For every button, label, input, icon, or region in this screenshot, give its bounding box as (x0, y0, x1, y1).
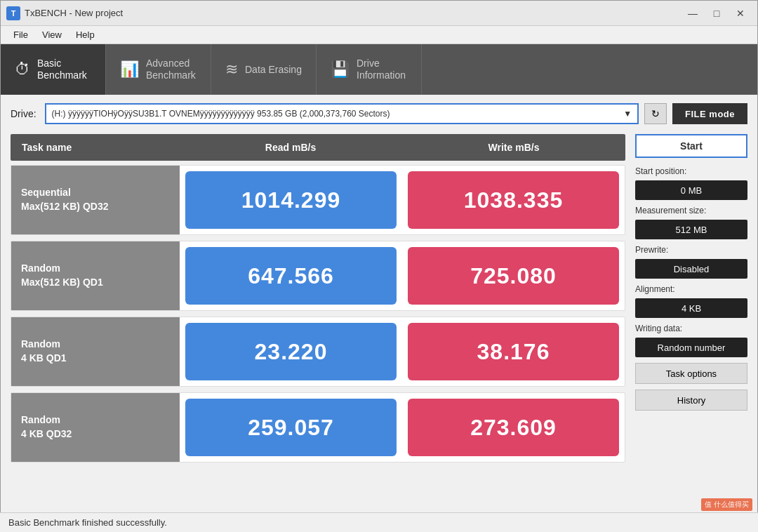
drive-row: Drive: (H:) ÿÿÿÿÿÿTIOHÿOÿÿSU3B1.T OVNEMÿ… (11, 103, 747, 124)
menu-file[interactable]: File (6, 28, 35, 41)
maximize-button[interactable]: □ (705, 5, 728, 22)
right-panel: Start Start position: 0 MB Measurement s… (635, 134, 747, 503)
col-write: Write mB/s (402, 142, 625, 153)
status-text: Basic Benchmark finished successfully. (8, 517, 167, 528)
data-erasing-icon: ≋ (225, 60, 238, 79)
col-task-name: Task name (11, 142, 179, 153)
benchmark-table: Task name Read mB/s Write mB/s Sequentia… (11, 134, 625, 503)
start-button[interactable]: Start (635, 134, 747, 158)
history-button[interactable]: History (635, 390, 747, 411)
start-position-value: 0 MB (635, 180, 747, 200)
drive-info-icon: 💾 (331, 60, 350, 79)
row-label-3: Random 4 KB QD32 (11, 393, 180, 462)
prewrite-value: Disabled (635, 259, 747, 279)
col-read: Read mB/s (179, 142, 402, 153)
write-value-1: 725.080 (408, 247, 619, 305)
chevron-down-icon: ▼ (623, 109, 632, 119)
drive-selector[interactable]: (H:) ÿÿÿÿÿÿTIOHÿOÿÿSU3B1.T OVNEMÿÿÿÿÿÿÿÿ… (45, 103, 639, 124)
window-controls: — □ ✕ (681, 5, 752, 22)
alignment-value: 4 KB (635, 298, 747, 318)
close-button[interactable]: ✕ (729, 5, 752, 22)
tab-drive-information[interactable]: 💾 DriveInformation (317, 44, 422, 95)
drive-refresh-button[interactable]: ↻ (644, 103, 667, 124)
minimize-button[interactable]: — (681, 5, 704, 22)
tab-drive-label: DriveInformation (357, 58, 406, 81)
status-bar: Basic Benchmark finished successfully. (0, 512, 758, 532)
write-value-2: 38.176 (408, 323, 619, 380)
tab-basic-benchmark[interactable]: ⏱ BasicBenchmark (1, 44, 106, 95)
tab-bar: ⏱ BasicBenchmark 📊 AdvancedBenchmark ≋ D… (1, 44, 757, 95)
app-icon: T (6, 6, 20, 20)
row-label-2: Random 4 KB QD1 (11, 317, 180, 386)
advanced-benchmark-icon: 📊 (120, 60, 139, 79)
bench-row-random-4k-qd32: Random 4 KB QD32 259.057 273.609 (11, 392, 625, 463)
start-position-label: Start position: (635, 166, 747, 176)
tab-data-erasing[interactable]: ≋ Data Erasing (211, 44, 317, 95)
read-value-2: 23.220 (185, 323, 397, 380)
menu-bar: File View Help (1, 26, 757, 44)
prewrite-label: Prewrite: (635, 245, 747, 255)
writing-data-value: Random number (635, 338, 747, 357)
drive-selector-text: (H:) ÿÿÿÿÿÿTIOHÿOÿÿSU3B1.T OVNEMÿÿÿÿÿÿÿÿ… (52, 109, 624, 119)
task-options-button[interactable]: Task options (635, 363, 747, 384)
table-header: Task name Read mB/s Write mB/s (11, 134, 625, 161)
measurement-size-value: 512 MB (635, 220, 747, 239)
row-label-0: Sequential Max(512 KB) QD32 (11, 166, 180, 234)
menu-view[interactable]: View (35, 28, 69, 41)
tab-erasing-label: Data Erasing (245, 64, 302, 76)
bench-row-sequential-512-qd32: Sequential Max(512 KB) QD32 1014.299 103… (11, 165, 625, 235)
write-value-0: 1038.335 (408, 171, 619, 229)
tab-advanced-benchmark[interactable]: 📊 AdvancedBenchmark (106, 44, 211, 95)
menu-help[interactable]: Help (69, 28, 102, 41)
drive-label: Drive: (11, 108, 36, 119)
refresh-icon: ↻ (651, 108, 660, 119)
tab-basic-label: BasicBenchmark (37, 58, 87, 81)
row-label-1: Random Max(512 KB) QD1 (11, 241, 180, 310)
bench-row-random-4k-qd1: Random 4 KB QD1 23.220 38.176 (11, 317, 625, 387)
watermark: 值 什么值得买 (701, 498, 752, 511)
read-value-1: 647.566 (185, 247, 397, 305)
content-area: Drive: (H:) ÿÿÿÿÿÿTIOHÿOÿÿSU3B1.T OVNEMÿ… (1, 95, 757, 513)
main-layout: Task name Read mB/s Write mB/s Sequentia… (11, 134, 747, 503)
writing-data-label: Writing data: (635, 324, 747, 333)
basic-benchmark-icon: ⏱ (15, 60, 30, 79)
read-value-0: 1014.299 (185, 171, 397, 229)
file-mode-button[interactable]: FILE mode (672, 103, 747, 124)
measurement-size-label: Measurement size: (635, 206, 747, 215)
write-value-3: 273.609 (408, 399, 619, 456)
bench-row-random-512-qd1: Random Max(512 KB) QD1 647.566 725.080 (11, 241, 625, 311)
alignment-label: Alignment: (635, 284, 747, 294)
tab-advanced-label: AdvancedBenchmark (146, 58, 196, 81)
title-bar: T TxBENCH - New project — □ ✕ (1, 1, 757, 26)
window-title: TxBENCH - New project (25, 8, 681, 18)
read-value-3: 259.057 (185, 399, 397, 456)
